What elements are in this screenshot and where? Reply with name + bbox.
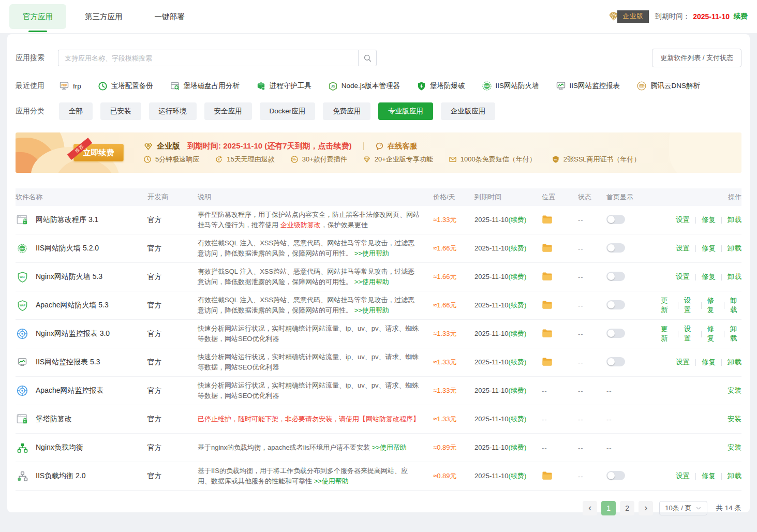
recent-app-item[interactable]: IIS网站监控报表 xyxy=(556,81,620,91)
location-cell: -- xyxy=(542,444,578,452)
developer: 官方 xyxy=(147,471,198,481)
renew-link[interactable]: (续费) xyxy=(509,216,527,224)
recent-app-item[interactable]: 宝塔配置备份 xyxy=(98,81,153,91)
frp-icon: FRP xyxy=(59,81,69,91)
install-action[interactable]: 安装 xyxy=(728,443,741,452)
top-bar: 官方应用第三方应用一键部署 企业版 到期时间： 2025-11-10 续费 xyxy=(0,0,757,33)
home-display-cell xyxy=(606,357,661,368)
uninstall-action[interactable]: 卸载 xyxy=(728,358,741,367)
recent-app-item[interactable]: FRPfrp xyxy=(59,81,81,91)
action-divider xyxy=(721,245,722,252)
page-button[interactable]: 1 xyxy=(601,501,616,515)
update-action[interactable]: 更新 xyxy=(661,296,672,315)
banner-expire-text[interactable]: 到期时间: 2025-11-10 (还有7天到期，点击续费) xyxy=(187,141,352,151)
settings-action[interactable]: 设置 xyxy=(684,296,695,315)
settings-action[interactable]: 设置 xyxy=(676,471,690,481)
category-button[interactable]: 已安装 xyxy=(100,102,141,120)
tab-third-party-apps[interactable]: 第三方应用 xyxy=(71,4,136,29)
help-link[interactable]: >>使用帮助 xyxy=(354,278,389,286)
search-button[interactable] xyxy=(358,50,377,66)
uninstall-action[interactable]: 卸载 xyxy=(730,324,741,343)
category-button[interactable]: 全部 xyxy=(59,102,93,120)
developer: 官方 xyxy=(147,329,198,338)
app-description: 有效拦截SQL 注入、XSS跨站、恶意代码、网站挂马等常见攻击，过滤恶意访问，降… xyxy=(198,238,433,259)
category-button[interactable]: 运行环境 xyxy=(149,102,197,120)
folder-icon[interactable] xyxy=(542,272,553,281)
recent-app-item[interactable]: 堡塔防爆破 xyxy=(417,81,465,91)
price-per-day: ≈1.66元 xyxy=(433,272,474,282)
repair-action[interactable]: 修复 xyxy=(702,272,716,282)
tamper-proof-upgrade-link[interactable]: 企业级防篡改 xyxy=(280,221,321,229)
home-display-toggle[interactable] xyxy=(606,329,625,338)
help-link[interactable]: >>使用帮助 xyxy=(314,477,349,485)
settings-action[interactable]: 设置 xyxy=(676,244,690,253)
install-action[interactable]: 安装 xyxy=(728,415,741,424)
help-link[interactable]: >>使用帮助 xyxy=(372,444,407,451)
home-display-toggle[interactable] xyxy=(606,357,625,366)
category-button[interactable]: 企业版应用 xyxy=(441,102,496,120)
update-software-list-button[interactable]: 更新软件列表 / 支付状态 xyxy=(652,49,741,67)
folder-icon[interactable] xyxy=(542,215,553,224)
recent-app-item[interactable]: WAFIIS网站防火墙 xyxy=(482,81,539,91)
renew-link[interactable]: (续费) xyxy=(509,244,527,252)
home-display-toggle[interactable] xyxy=(606,272,625,281)
folder-icon[interactable] xyxy=(542,300,553,309)
repair-action[interactable]: 修复 xyxy=(702,471,716,481)
home-display-toggle[interactable] xyxy=(606,243,625,253)
page-button[interactable]: 2 xyxy=(620,501,634,515)
help-link[interactable]: >>使用帮助 xyxy=(354,306,389,314)
renew-link[interactable]: (续费) xyxy=(509,415,527,423)
column-header: 位置 xyxy=(542,193,578,202)
renew-link[interactable]: (续费) xyxy=(509,273,527,280)
next-page-button[interactable]: › xyxy=(639,501,653,515)
settings-action[interactable]: 设置 xyxy=(684,324,695,343)
help-link[interactable]: >>使用帮助 xyxy=(354,249,389,257)
recent-app-item[interactable]: 进程守护工具 xyxy=(256,81,311,91)
recent-app-item[interactable]: 堡塔磁盘占用分析 xyxy=(170,81,240,91)
repair-action[interactable]: 修复 xyxy=(702,244,716,253)
uninstall-action[interactable]: 卸载 xyxy=(728,215,741,225)
folder-icon[interactable] xyxy=(542,357,553,366)
uninstall-action[interactable]: 卸载 xyxy=(730,296,741,315)
window-lock-icon xyxy=(16,413,29,425)
renew-link[interactable]: (续费) xyxy=(509,444,527,451)
home-display-toggle[interactable] xyxy=(606,300,625,309)
renew-link[interactable]: (续费) xyxy=(509,387,527,394)
uninstall-action[interactable]: 卸载 xyxy=(728,471,741,481)
recent-app-item[interactable]: JSNode.js版本管理器 xyxy=(328,81,400,91)
renew-link[interactable]: (续费) xyxy=(509,358,527,366)
renew-link[interactable]: (续费) xyxy=(509,330,527,337)
category-button[interactable]: 专业版应用 xyxy=(378,102,433,120)
settings-action[interactable]: 设置 xyxy=(676,358,690,367)
price-per-day: ≈1.33元 xyxy=(433,386,474,395)
prev-page-button[interactable]: ‹ xyxy=(583,501,597,515)
folder-icon[interactable] xyxy=(542,471,553,480)
update-action[interactable]: 更新 xyxy=(661,324,672,343)
home-display-toggle[interactable] xyxy=(606,215,625,224)
install-action[interactable]: 安装 xyxy=(728,386,741,395)
uninstall-action[interactable]: 卸载 xyxy=(728,244,741,253)
repair-action[interactable]: 修复 xyxy=(707,296,718,315)
renew-now-button[interactable]: 推荐 立即续费 xyxy=(73,144,124,161)
page-size-select[interactable]: 10条 / 页 xyxy=(659,501,707,515)
repair-action[interactable]: 修复 xyxy=(702,358,716,367)
category-button[interactable]: 安全应用 xyxy=(204,102,252,120)
online-service-link[interactable]: 在线客服 xyxy=(388,141,418,151)
repair-action[interactable]: 修复 xyxy=(707,324,718,343)
renew-link[interactable]: (续费) xyxy=(509,301,527,309)
search-input[interactable] xyxy=(58,50,358,66)
settings-action[interactable]: 设置 xyxy=(676,272,690,282)
folder-icon[interactable] xyxy=(542,329,553,338)
category-button[interactable]: Docker应用 xyxy=(260,102,316,120)
tab-one-click-deploy[interactable]: 一键部署 xyxy=(141,4,198,29)
category-button[interactable]: 免费应用 xyxy=(323,102,370,120)
uninstall-action[interactable]: 卸载 xyxy=(728,272,741,282)
renew-link[interactable]: (续费) xyxy=(509,472,527,480)
folder-icon[interactable] xyxy=(542,243,553,253)
home-display-toggle[interactable] xyxy=(606,471,625,480)
settings-action[interactable]: 设置 xyxy=(676,215,690,225)
repair-action[interactable]: 修复 xyxy=(702,215,716,225)
recent-app-item[interactable]: DNS腾讯云DNS解析 xyxy=(636,81,700,91)
tab-official-apps[interactable]: 官方应用 xyxy=(9,4,66,29)
license-renew-link[interactable]: 续费 xyxy=(734,12,748,21)
